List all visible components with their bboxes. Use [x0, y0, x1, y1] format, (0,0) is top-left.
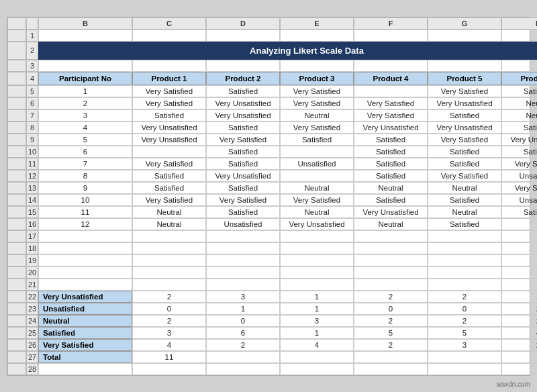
cell: Very Unsatisfied — [428, 121, 501, 134]
row-header: 22 — [26, 291, 38, 303]
cell — [501, 363, 537, 375]
row-header: 14 — [26, 194, 38, 206]
cell — [132, 230, 206, 242]
cell — [206, 30, 280, 42]
cell: Neutral — [280, 109, 354, 121]
row-header: 8 — [26, 121, 38, 134]
cell: Very Satisfied — [428, 85, 501, 97]
cell: Satisfied — [428, 194, 501, 206]
cell: 0 — [354, 303, 428, 315]
cell: Very Satisfied — [280, 194, 354, 206]
cell: 5 — [38, 134, 132, 146]
cell — [206, 254, 280, 266]
cell: Satisfied — [428, 146, 501, 158]
cell — [206, 266, 280, 279]
cell: 4 — [132, 339, 206, 351]
cell: Unsatisfied — [501, 170, 537, 182]
cell: 11 — [38, 206, 132, 218]
cell — [280, 230, 354, 242]
cell — [501, 218, 537, 230]
cell — [280, 60, 354, 72]
spreadsheet: BCDEFGH12Analyzing Likert Scale Data34Pa… — [7, 17, 530, 376]
row-header: 21 — [26, 279, 38, 291]
cell: 1 — [280, 327, 354, 339]
cell — [280, 279, 354, 291]
row-header: 7 — [26, 109, 38, 121]
cell — [7, 206, 26, 218]
cell: Satisfied — [206, 182, 280, 194]
cell — [7, 218, 26, 230]
row-header: 26 — [26, 339, 38, 351]
cell: 2 — [132, 315, 206, 327]
cell: 6 — [38, 146, 132, 158]
cell — [7, 194, 26, 206]
cell — [7, 254, 26, 266]
cell: 0 — [206, 315, 280, 327]
cell: Very Satisfied — [280, 97, 354, 109]
cell: Very Satisfied — [428, 170, 501, 182]
cell — [7, 60, 26, 72]
cell: Satisfied — [354, 170, 428, 182]
cell: Satisfied — [501, 85, 537, 97]
column-header: Product 6 — [501, 72, 537, 85]
cell: 3 — [206, 291, 280, 303]
summary-label: Unsatisfied — [38, 303, 132, 315]
cell — [428, 266, 501, 279]
cell: Satisfied — [501, 121, 537, 134]
cell — [38, 30, 132, 42]
cell — [7, 158, 26, 170]
summary-label: Very Unsatisfied — [38, 291, 132, 303]
cell — [501, 242, 537, 254]
cell: Satisfied — [428, 218, 501, 230]
summary-label: Total — [38, 351, 132, 363]
cell — [132, 60, 206, 72]
row-header: 15 — [26, 206, 38, 218]
cell — [132, 242, 206, 254]
cell — [501, 254, 537, 266]
cell: Satisfied — [501, 206, 537, 218]
cell — [280, 266, 354, 279]
cell — [280, 351, 354, 363]
cell: Satisfied — [132, 109, 206, 121]
cell — [7, 30, 26, 42]
cell: Neutral — [354, 218, 428, 230]
cell — [7, 303, 26, 315]
cell: Very Unsatisfied — [206, 97, 280, 109]
cell — [280, 170, 354, 182]
cell — [354, 230, 428, 242]
cell: Satisfied — [206, 206, 280, 218]
row-header: 25 — [26, 327, 38, 339]
cell: Satisfied — [132, 170, 206, 182]
row-header: 27 — [26, 351, 38, 363]
cell: Very Unsatisfied — [132, 121, 206, 134]
cell: 2 — [354, 315, 428, 327]
cell — [206, 351, 280, 363]
cell — [354, 279, 428, 291]
row-header: 24 — [26, 315, 38, 327]
cell — [7, 121, 26, 134]
row-header: 20 — [26, 266, 38, 279]
cell: 10 — [38, 194, 132, 206]
cell: B — [38, 17, 132, 30]
cell: Very Unsatisfied — [206, 170, 280, 182]
column-header: Product 5 — [428, 72, 501, 85]
cell: H — [501, 17, 537, 30]
cell: 1 — [280, 303, 354, 315]
cell — [7, 134, 26, 146]
cell: 2 — [132, 291, 206, 303]
cell: 6 — [206, 327, 280, 339]
row-header: 10 — [26, 146, 38, 158]
cell: 3 — [428, 339, 501, 351]
cell: Neutral — [501, 109, 537, 121]
cell: E — [280, 17, 354, 30]
cell — [354, 254, 428, 266]
cell: Unsatisfied — [280, 158, 354, 170]
watermark: wsxdn.com — [497, 381, 530, 388]
cell — [38, 363, 132, 375]
column-header: Product 3 — [280, 72, 354, 85]
cell: 0 — [428, 303, 501, 315]
cell — [7, 363, 26, 375]
cell: Very Unsatisfied — [501, 134, 537, 146]
cell: Unsatisfied — [501, 194, 537, 206]
cell — [7, 182, 26, 194]
